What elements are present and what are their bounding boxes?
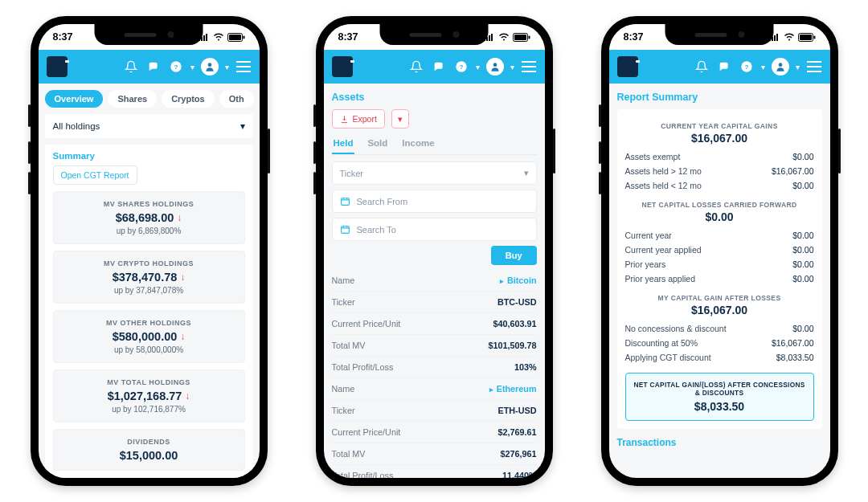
mv-label: DIVIDENDS (62, 438, 236, 446)
net-amount: $8,033.50 (633, 400, 806, 413)
svg-rect-15 (489, 35, 490, 41)
avatar-chevron-icon[interactable]: ▾ (796, 63, 800, 71)
content-assets: Assets Export ▾ Held Sold Income Ticker … (324, 84, 545, 478)
tab-shares[interactable]: Shares (108, 90, 157, 108)
help-chevron-icon[interactable]: ▾ (761, 63, 765, 71)
row-key: Current year (625, 231, 672, 240)
mv-sub: up by 58,000,000% (62, 345, 236, 354)
svg-rect-19 (528, 35, 530, 39)
mv-value: $1,027,168.77 (108, 390, 182, 402)
tab-sold[interactable]: Sold (366, 135, 389, 154)
menu-icon[interactable] (521, 59, 537, 75)
tab-held[interactable]: Held (332, 135, 355, 154)
mv-value: $15,000.00 (120, 449, 178, 462)
tab-income[interactable]: Income (400, 135, 436, 154)
svg-rect-27 (341, 227, 349, 234)
ticker-placeholder: Ticker (340, 169, 364, 178)
row-value: $16,067.00 (772, 166, 814, 176)
row-value: $0.00 (792, 259, 813, 269)
chat-icon[interactable] (431, 59, 447, 75)
row-value[interactable]: ▸Bitcoin (500, 275, 537, 285)
avatar[interactable] (772, 58, 789, 76)
row-key: Total Profit/Loss (332, 362, 394, 372)
avatar-chevron-icon[interactable]: ▾ (225, 63, 229, 71)
svg-rect-38 (807, 61, 821, 63)
avatar[interactable] (486, 58, 504, 76)
app-logo[interactable] (47, 56, 68, 77)
arrow-down-icon: ↓ (180, 271, 185, 283)
svg-rect-18 (514, 35, 526, 40)
dividends-card: DIVIDENDS $15,000.00 (53, 429, 245, 471)
net-title: NET CAPITAL GAIN/(LOSS) AFTER CONCESSION… (633, 381, 806, 397)
date-from-input[interactable]: Search From (332, 190, 537, 213)
svg-rect-24 (522, 66, 536, 67)
asset-tabs: Held Sold Income (332, 135, 537, 155)
svg-rect-5 (229, 35, 241, 40)
date-to-input[interactable]: Search To (332, 218, 537, 241)
help-icon[interactable]: ? (739, 59, 755, 75)
holdings-select[interactable]: All holdings ▾ (45, 114, 253, 138)
row-key: Assets held > 12 mo (625, 166, 702, 176)
row-value: $0.00 (792, 324, 813, 333)
from-placeholder: Search From (357, 197, 408, 206)
row-key: Prior years (625, 259, 666, 269)
mv-label: MV CRYPTO HOLDINGS (62, 259, 236, 267)
row-value: $101,509.78 (488, 341, 536, 350)
open-cgt-button[interactable]: Open CGT Report (53, 165, 137, 185)
buy-button[interactable]: Buy (491, 246, 537, 265)
menu-icon[interactable] (806, 59, 822, 75)
app-logo[interactable] (617, 56, 638, 77)
svg-rect-40 (807, 71, 821, 72)
transactions-link[interactable]: Transactions (617, 437, 822, 448)
row-value: $0.00 (792, 245, 813, 255)
row-value: 11,440% (502, 471, 537, 478)
caret-right-icon: ▸ (500, 277, 504, 285)
mv-value: $580,000.00 (113, 330, 178, 343)
tab-overview[interactable]: Overview (45, 90, 104, 108)
status-time: 8:37 (53, 31, 73, 43)
wifi-icon (784, 33, 795, 41)
bell-icon[interactable] (694, 59, 710, 75)
calendar-icon (340, 196, 350, 206)
section-value: $0.00 (625, 210, 814, 223)
svg-text:?: ? (174, 63, 178, 71)
summary-card: Summary Open CGT Report MV SHARES HOLDIN… (45, 145, 253, 478)
app-logo[interactable] (332, 56, 353, 77)
avatar[interactable] (201, 58, 219, 76)
battery-icon (798, 33, 816, 42)
notch (380, 24, 489, 45)
bell-icon[interactable] (408, 59, 424, 75)
row-key: No concessions & discount (625, 324, 727, 333)
help-icon[interactable]: ? (453, 59, 469, 75)
svg-rect-33 (800, 35, 812, 40)
tab-other[interactable]: Oth (219, 90, 254, 108)
menu-icon[interactable] (235, 59, 252, 75)
mv-label: MV TOTAL HOLDINGS (62, 378, 236, 386)
arrow-down-icon: ↓ (180, 331, 185, 342)
svg-rect-26 (341, 198, 349, 206)
row-value[interactable]: ▸Ethereum (489, 384, 537, 394)
ticker-select[interactable]: Ticker ▾ (332, 161, 537, 185)
svg-text:?: ? (459, 63, 463, 71)
chat-icon[interactable] (716, 59, 732, 75)
battery-icon (227, 33, 245, 42)
help-chevron-icon[interactable]: ▾ (476, 63, 480, 71)
notch (665, 24, 774, 45)
tab-cryptos[interactable]: Cryptos (162, 90, 215, 108)
help-chevron-icon[interactable]: ▾ (190, 63, 194, 71)
wifi-icon (498, 33, 510, 41)
export-row: Export ▾ (332, 109, 537, 129)
row-key: Current Price/Unit (332, 427, 401, 437)
avatar-chevron-icon[interactable]: ▾ (510, 63, 514, 71)
export-label: Export (353, 114, 377, 124)
report-card: CURRENT YEAR CAPITAL GAINS $16,067.00 As… (617, 109, 822, 429)
svg-point-22 (493, 63, 497, 67)
chat-icon[interactable] (145, 59, 162, 75)
export-button[interactable]: Export (332, 109, 385, 129)
help-icon[interactable]: ? (168, 59, 184, 75)
export-type-button[interactable]: ▾ (391, 109, 409, 129)
net-gain-box: NET CAPITAL GAIN/(LOSS) AFTER CONCESSION… (625, 373, 814, 421)
bell-icon[interactable] (123, 59, 139, 75)
section-value: $16,067.00 (625, 304, 814, 316)
row-key: Name (332, 275, 355, 285)
